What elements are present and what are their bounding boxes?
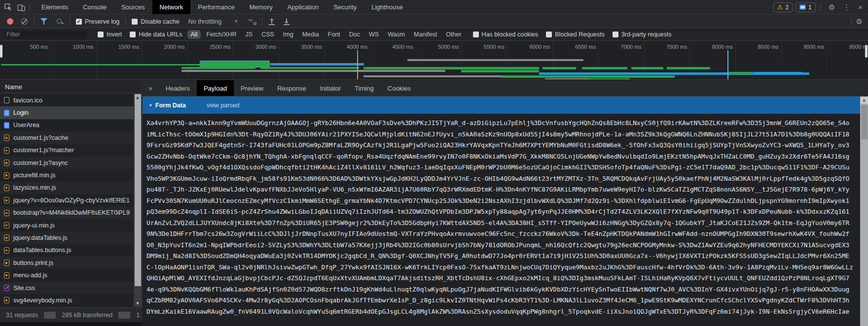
filter-type-wasm[interactable]: Wasm <box>384 30 408 39</box>
request-row[interactable]: lazysizes.min.js <box>0 182 134 194</box>
network-conditions-icon[interactable]: ⚙ <box>247 18 256 25</box>
checkbox-checked: ✓ <box>76 19 82 25</box>
tab-security[interactable]: Security <box>326 0 364 14</box>
tab-console[interactable]: Console <box>75 0 114 14</box>
request-row[interactable]: favicon.ico <box>0 94 134 106</box>
request-row[interactable]: buttons.print.js <box>0 257 134 269</box>
request-row[interactable]: dataTables.buttons.js <box>0 244 134 257</box>
network-overview-timeline[interactable]: 500 ms1000 ms1500 ms2000 ms2500 ms3000 m… <box>0 41 868 80</box>
filter-type-ws[interactable]: WS <box>365 30 382 39</box>
request-row[interactable]: bootstrap?v=M4Nk6klOwMFfIsEKET0iPL9 <box>0 207 134 219</box>
record-network-log-button[interactable] <box>7 18 13 25</box>
tab-memory[interactable]: Memory <box>242 0 280 14</box>
filter-type-media[interactable]: Media <box>299 30 323 39</box>
request-row[interactable]: Site.css <box>0 282 134 294</box>
tab-sources[interactable]: Sources <box>114 0 152 14</box>
tab-elements[interactable]: Elements <box>34 0 75 14</box>
filter-type-manifest[interactable]: Manifest <box>410 30 440 39</box>
scroll-up-icon[interactable]: ▲ <box>860 97 868 104</box>
tab-lighthouse[interactable]: Lighthouse <box>364 0 410 14</box>
tab-application[interactable]: Application <box>280 0 326 14</box>
network-settings-gear-icon[interactable]: ⚙ <box>854 17 865 26</box>
request-row[interactable]: customer1.js?matcher <box>0 144 134 157</box>
request-row[interactable]: jquery?v=8Oos0avDZyPg-cbyVzvkIfERlE1 <box>0 194 134 206</box>
request-name: UserArea <box>13 122 39 129</box>
request-name: favicon.ico <box>13 97 42 104</box>
filter-type-js[interactable]: JS <box>242 30 256 39</box>
detail-tab-response[interactable]: Response <box>270 80 313 96</box>
filter-type-img[interactable]: Img <box>280 30 297 39</box>
divider <box>821 3 821 11</box>
timeline-tick-label: 9500 ms <box>849 44 868 50</box>
filter-input[interactable] <box>4 31 87 39</box>
close-devtools-icon[interactable]: × <box>856 3 865 11</box>
more-menu-icon[interactable]: ⋮ <box>840 3 853 12</box>
divider <box>34 18 34 26</box>
invert-checkbox[interactable]: Invert <box>98 31 122 38</box>
divider <box>262 18 262 26</box>
filter-type-doc[interactable]: Doc <box>346 30 363 39</box>
scroll-down-icon[interactable]: ▼ <box>134 300 142 307</box>
waterfall-bar <box>363 75 503 77</box>
tab-performance[interactable]: Performance <box>190 0 242 14</box>
scrollbar-thumb[interactable] <box>861 105 868 139</box>
device-toolbar-icon[interactable] <box>15 1 28 13</box>
image-file-icon <box>4 97 9 103</box>
request-row[interactable]: menu-add.js <box>0 269 134 281</box>
scrollbar-thumb[interactable] <box>135 94 141 286</box>
search-icon[interactable] <box>56 18 63 25</box>
settings-gear-icon[interactable]: ⚙ <box>826 3 837 12</box>
timeline-gridline <box>370 41 370 80</box>
detail-tab-preview[interactable]: Preview <box>234 80 270 96</box>
preserve-log-checkbox[interactable]: ✓ Preserve log <box>76 18 119 25</box>
request-row[interactable]: jquery.dataTables.js <box>0 231 134 244</box>
inspect-element-icon[interactable] <box>2 1 15 13</box>
request-name: menu-add.js <box>13 272 47 279</box>
filter-type-font[interactable]: Font <box>325 30 344 39</box>
waterfall-bar <box>1 64 201 65</box>
issues-badge[interactable]: 1 <box>796 2 816 12</box>
close-detail-icon[interactable]: × <box>143 80 159 96</box>
warning-count: 2 <box>785 4 789 11</box>
timeline-tick-label: 6500 ms <box>575 44 596 50</box>
warnings-badge[interactable]: ⚠ 2 <box>773 2 793 12</box>
scroll-up-icon[interactable]: ▲ <box>134 94 142 101</box>
blocked-requests-checkbox[interactable]: Blocked Requests <box>546 31 605 38</box>
detail-tab-payload[interactable]: Payload <box>197 80 234 96</box>
request-row[interactable]: Login <box>0 106 134 119</box>
timeline-gridline <box>279 41 279 80</box>
request-name: dataTables.buttons.js <box>13 247 71 254</box>
disable-cache-checkbox[interactable]: Disable cache <box>132 18 180 25</box>
script-file-icon <box>4 172 9 179</box>
filter-type-fetch-xhr[interactable]: Fetch/XHR <box>203 30 240 39</box>
overview-left-handle[interactable] <box>0 45 2 58</box>
name-column-header[interactable]: Name <box>0 80 142 94</box>
request-row[interactable]: picturefill.min.js <box>0 169 134 181</box>
request-row[interactable]: UserArea <box>0 119 134 131</box>
request-row[interactable]: svg4everybody.min.js <box>0 294 134 306</box>
filter-type-all[interactable]: All <box>187 30 201 39</box>
clear-network-log-icon[interactable] <box>21 18 28 25</box>
detail-scrollbar[interactable]: ▲ <box>860 97 868 326</box>
export-har-icon[interactable] <box>283 18 290 25</box>
has-blocked-cookies-checkbox[interactable]: Has blocked cookies <box>473 31 539 38</box>
detail-tab-cookies[interactable]: Cookies <box>381 80 418 96</box>
import-har-icon[interactable] <box>268 18 275 25</box>
view-parsed-link[interactable]: view parsed <box>207 102 240 109</box>
detail-tab-initiator[interactable]: Initiator <box>313 80 348 96</box>
timeline-tick-label: 2000 ms <box>164 44 185 50</box>
request-row[interactable]: customer1.js?cache <box>0 131 134 144</box>
throttling-dropdown[interactable]: No throttling ▼ <box>188 18 238 25</box>
third-party-requests-checkbox[interactable]: 3rd-party requests <box>613 31 671 38</box>
detail-tab-timing[interactable]: Timing <box>348 80 381 96</box>
request-row[interactable]: jquery-ui.min.js <box>0 219 134 231</box>
detail-tab-headers[interactable]: Headers <box>159 80 197 96</box>
filter-type-css[interactable]: CSS <box>258 30 278 39</box>
request-row[interactable]: customer1.js?async <box>0 157 134 169</box>
filter-type-other[interactable]: Other <box>442 30 465 39</box>
hide-data-urls-checkbox[interactable]: Hide data URLs <box>130 31 182 38</box>
form-data-header[interactable]: ▾ Form Data view parsed <box>143 97 860 114</box>
tab-network[interactable]: Network <box>152 0 191 14</box>
filter-funnel-icon[interactable] <box>40 18 47 25</box>
request-list-scrollbar[interactable]: ▲ ▼ <box>134 94 142 307</box>
